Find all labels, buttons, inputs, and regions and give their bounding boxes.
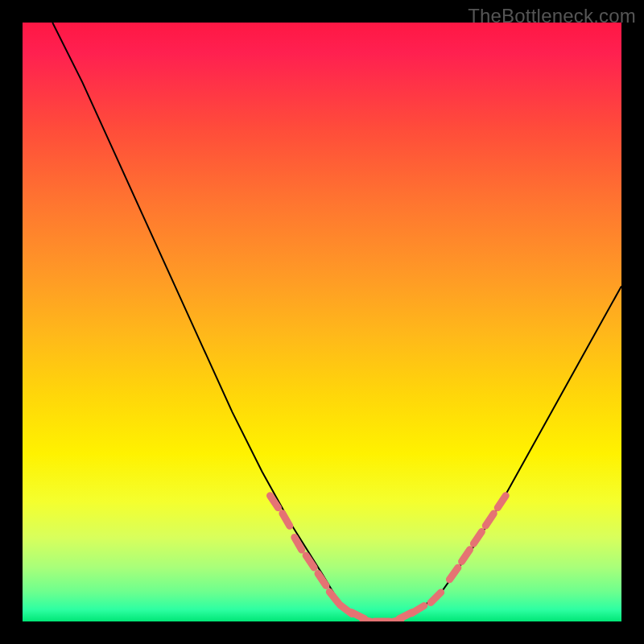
- bottleneck-curve-line: [52, 23, 621, 621]
- highlight-marker: [411, 606, 424, 613]
- highlight-marker: [473, 531, 481, 543]
- highlight-markers-group: [270, 496, 506, 621]
- highlight-marker: [431, 592, 441, 603]
- highlight-marker: [462, 550, 470, 562]
- highlight-marker: [449, 568, 458, 580]
- chart-svg: [23, 23, 621, 621]
- highlight-marker: [329, 592, 338, 603]
- chart-container: [23, 23, 621, 621]
- highlight-marker: [497, 496, 506, 508]
- highlight-marker: [318, 573, 326, 585]
- highlight-marker: [306, 555, 314, 568]
- highlight-marker: [283, 514, 290, 526]
- highlight-marker: [485, 514, 493, 526]
